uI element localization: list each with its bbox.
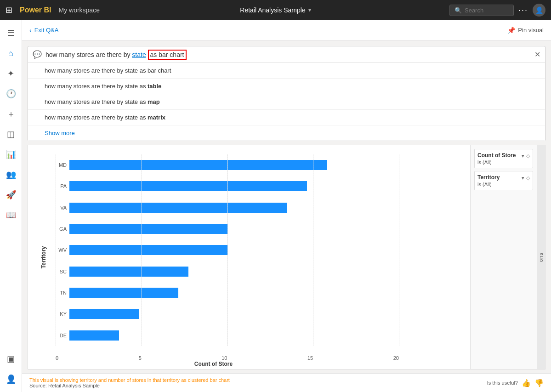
nav-right: 🔍 ··· 👤 [449, 4, 545, 17]
bar-fill[interactable] [69, 181, 307, 191]
qa-input-text[interactable]: how many stores are there by state as ba… [45, 51, 531, 58]
chart-container: Territory MDPAVAGAWVSCTNKYDE 05101520 Co… [28, 145, 545, 369]
qa-input-row: 💬 how many stores are there by state as … [28, 46, 545, 62]
bar-label: DE [56, 333, 67, 338]
sidebar-item-metrics[interactable]: 📊 [2, 145, 20, 164]
ons-strip: ons [537, 145, 545, 369]
filter-count-chevron-icon[interactable]: ▾ [522, 153, 524, 159]
bar-fill[interactable] [69, 267, 188, 277]
sidebar-item-recent[interactable]: 🕐 [2, 85, 20, 103]
qa-state-word: state [132, 51, 146, 58]
filter-territory-chevron-icon[interactable]: ▾ [522, 175, 524, 181]
bar-fill[interactable] [69, 288, 178, 298]
footer-info: This visual is showing territory and num… [29, 377, 230, 388]
report-title: Retail Analysis Sample [240, 6, 305, 14]
filter-count-title: Count of Store [477, 152, 516, 159]
app-logo: Power BI [20, 6, 51, 14]
bar-label: VA [56, 205, 67, 210]
bar-label: GA [56, 226, 67, 232]
bar-label: KY [56, 311, 67, 317]
bar-row: TN [56, 286, 466, 299]
bar-row: DE [56, 329, 466, 342]
search-input[interactable] [465, 7, 506, 14]
bars-wrapper: MDPAVAGAWVSCTNKYDE [56, 154, 466, 346]
suggestion-item-1[interactable]: how many stores are there by state as ba… [28, 63, 545, 79]
x-axis-label: Count of Store [28, 361, 399, 367]
search-box[interactable]: 🔍 [449, 5, 514, 16]
nav-center: Retail Analysis Sample ▾ [240, 6, 311, 14]
exit-qa-button[interactable]: ‹ Exit Q&A [29, 27, 58, 34]
bar-fill[interactable] [69, 330, 119, 341]
filter-territory-clear-icon[interactable]: ◇ [526, 175, 530, 181]
pin-visual-label: Pin visual [518, 27, 544, 34]
bar-track [69, 330, 466, 341]
avatar[interactable]: 👤 [533, 4, 545, 17]
sidebar-item-workspaces[interactable]: ▣ [2, 350, 20, 368]
suggestion-item-3[interactable]: how many stores are there by state as ma… [28, 94, 545, 110]
sidebar-item-home[interactable]: ⌂ [2, 44, 20, 62]
filter-group-count: Count of Store ▾ ◇ is (All) [474, 149, 533, 168]
footer-useful-label: Is this useful? [487, 380, 518, 386]
bar-fill[interactable] [69, 203, 287, 213]
search-icon: 🔍 [454, 7, 462, 14]
top-nav: ⊞ Power BI My workspace Retail Analysis … [0, 0, 551, 20]
bar-label: TN [56, 290, 67, 295]
show-more-button[interactable]: Show more [28, 125, 545, 141]
filter-territory-value: is (All) [477, 182, 530, 187]
bar-row: GA [56, 222, 466, 235]
y-axis-label: Territory [40, 246, 47, 268]
bar-track [69, 267, 466, 277]
bar-row: MD [56, 159, 466, 171]
bar-label: SC [56, 269, 67, 274]
bar-track [69, 309, 466, 319]
qa-input-area: 💬 how many stores are there by state as … [28, 46, 545, 141]
footer-info-line1: This visual is showing territory and num… [29, 377, 230, 383]
thumb-down-button[interactable]: 👎 [534, 379, 544, 387]
sidebar-item-create[interactable]: ＋ [2, 105, 20, 123]
suggestion-item-2[interactable]: how many stores are there by state as ta… [28, 79, 545, 94]
bar-fill[interactable] [69, 245, 228, 255]
more-options-button[interactable]: ··· [518, 6, 528, 15]
filter-count-value: is (All) [477, 159, 530, 165]
bar-track [69, 181, 466, 191]
sidebar-item-learn[interactable]: 🚀 [2, 186, 20, 204]
bar-row: KY [56, 307, 466, 320]
bar-fill[interactable] [69, 309, 139, 319]
x-tick: 5 [139, 355, 142, 361]
qa-space [146, 51, 148, 58]
bar-track [69, 160, 466, 170]
bar-fill[interactable] [69, 224, 228, 234]
qa-highlighted-text: as bar chart [148, 50, 187, 60]
bar-fill[interactable] [69, 160, 327, 170]
exit-qa-label: Exit Q&A [34, 27, 59, 34]
sidebar-item-favorites[interactable]: ✦ [2, 64, 20, 83]
suggestion-item-4[interactable]: how many stores are there by state as ma… [28, 110, 545, 125]
x-tick: 0 [56, 355, 58, 361]
filter-count-clear-icon[interactable]: ◇ [526, 153, 530, 159]
sidebar-item-browse[interactable]: 📖 [2, 206, 20, 224]
footer: This visual is showing territory and num… [22, 373, 551, 392]
qa-bar: ‹ Exit Q&A 📌 Pin visual [22, 20, 551, 40]
x-tick: 10 [222, 355, 227, 361]
filter-panel: Count of Store ▾ ◇ is (All) Territory ▾ … [470, 145, 537, 369]
sidebar-item-shared[interactable]: 👥 [2, 165, 20, 184]
title-chevron-icon[interactable]: ▾ [308, 7, 311, 13]
bar-track [69, 203, 466, 213]
suggestions-dropdown: how many stores are there by state as ba… [28, 62, 545, 141]
sidebar: ☰ ⌂ ✦ 🕐 ＋ ◫ 📊 👥 🚀 📖 ▣ 👤 [0, 20, 22, 392]
bar-track [69, 245, 466, 255]
bar-label: MD [56, 162, 67, 168]
grid-icon[interactable]: ⊞ [6, 5, 12, 15]
bar-row: WV [56, 244, 466, 256]
pin-visual-button[interactable]: 📌 Pin visual [507, 27, 544, 34]
bar-label: WV [56, 247, 67, 253]
bar-row: PA [56, 180, 466, 193]
chat-bubble-icon: 💬 [33, 50, 42, 59]
sidebar-item-apps[interactable]: ◫ [2, 125, 20, 143]
footer-right: Is this useful? 👍 👎 [487, 379, 544, 387]
sidebar-item-menu[interactable]: ☰ [2, 24, 20, 42]
thumb-up-button[interactable]: 👍 [522, 379, 531, 387]
qa-clear-button[interactable]: ✕ [534, 50, 540, 59]
sidebar-item-profile[interactable]: 👤 [2, 370, 20, 388]
filter-group-territory-header: Territory ▾ ◇ [477, 174, 530, 182]
